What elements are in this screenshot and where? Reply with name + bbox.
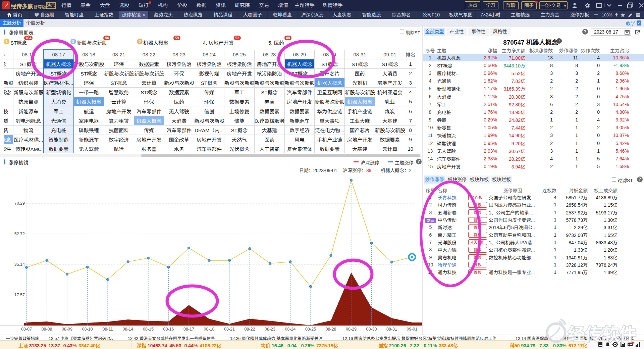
svg-text:08-31: 08-31: [386, 327, 397, 332]
svg-text:经传软件: 经传软件: [568, 325, 636, 344]
svg-text:08-08: 08-08: [42, 327, 52, 332]
svg-text:08-25: 08-25: [305, 327, 316, 332]
svg-text:08-10: 08-10: [82, 327, 93, 332]
svg-text:100%: 100%: [602, 13, 612, 17]
svg-text:08-14: 08-14: [123, 327, 133, 332]
svg-text:17.57: 17.57: [14, 293, 25, 297]
svg-text:08-09: 08-09: [62, 327, 72, 332]
svg-text:08-24: 08-24: [285, 327, 296, 332]
svg-text:08-16: 08-16: [163, 327, 174, 332]
svg-text:52.72: 52.72: [14, 232, 25, 236]
svg-text:08-15: 08-15: [143, 327, 154, 332]
svg-text:70.29: 70.29: [14, 201, 25, 206]
svg-text:08-07: 08-07: [21, 327, 32, 332]
svg-text:09-01: 09-01: [407, 327, 418, 332]
svg-text:35.14: 35.14: [14, 262, 25, 267]
svg-text:08-17: 08-17: [183, 327, 194, 332]
svg-text:08-30: 08-30: [366, 327, 377, 332]
svg-text:08-18: 08-18: [204, 327, 215, 332]
svg-text:08-21: 08-21: [224, 327, 235, 332]
svg-text:08-22: 08-22: [245, 327, 255, 332]
svg-text:08-28: 08-28: [326, 327, 336, 332]
svg-text:08-29: 08-29: [346, 327, 357, 332]
svg-text:08-23: 08-23: [265, 327, 275, 332]
svg-text:08-11: 08-11: [102, 327, 113, 332]
